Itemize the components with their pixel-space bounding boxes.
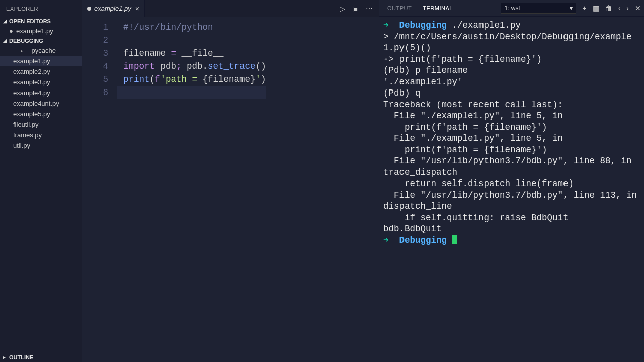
chevron-down-icon: ◢ (3, 38, 8, 43)
file-item[interactable]: example5.py (0, 109, 82, 119)
code-line[interactable]: import pdb; pdb.set_trace() (123, 60, 266, 73)
file-item[interactable]: frames.py (0, 130, 82, 140)
next-icon[interactable]: › (626, 4, 629, 12)
explorer-title: EXPLORER (0, 0, 82, 17)
editor-tabbar: example1.py × ▷ ▣ ⋯ (82, 0, 379, 17)
terminal-selector-value: 1: wsl (504, 5, 520, 12)
file-item[interactable]: example4unt.py (0, 98, 82, 109)
split-editor-icon[interactable]: ▣ (352, 5, 359, 13)
code-editor[interactable]: 123456 #!/usr/bin/python filename = __fi… (82, 17, 379, 362)
chevron-down-icon: ▾ (570, 5, 573, 12)
terminal-content[interactable]: ➜ Debugging ./example1.py > /mnt/c/Users… (379, 17, 644, 362)
file-item[interactable]: util.py (0, 140, 82, 151)
open-editors-label: OPEN EDITORS (9, 18, 51, 24)
chevron-right-icon: ▸ (19, 48, 24, 53)
tab-terminal[interactable]: TERMINAL (418, 0, 458, 16)
file-label: example4.py (13, 89, 50, 97)
more-icon[interactable]: ⋯ (366, 5, 373, 13)
editor-tab[interactable]: example1.py × (82, 0, 145, 17)
file-label: util.py (13, 142, 30, 149)
outline-label: OUTLINE (9, 354, 33, 360)
chevron-right-icon: ▸ (3, 355, 8, 360)
file-label: example5.py (13, 110, 50, 118)
prev-icon[interactable]: ‹ (618, 4, 621, 12)
tab-name: example1.py (94, 5, 131, 12)
code-content[interactable]: #!/usr/bin/python filename = __file__imp… (117, 17, 266, 362)
sidebar: EXPLORER ◢ OPEN EDITORS ● example1.py ◢ … (0, 0, 82, 362)
run-icon[interactable]: ▷ (340, 5, 345, 13)
line-gutter: 123456 (82, 17, 117, 362)
code-line[interactable] (123, 34, 266, 47)
code-line[interactable] (117, 86, 266, 99)
panel: OUTPUT TERMINAL 1: wsl ▾ + ▥ 🗑 ‹ › ✕ ➜ D… (379, 0, 644, 362)
file-item[interactable]: example3.py (0, 77, 82, 87)
folder-item[interactable]: ▸ __pycache__ (0, 45, 82, 56)
file-item[interactable]: example4.py (0, 87, 82, 98)
file-label: example1.py (16, 27, 53, 35)
file-label: frames.py (13, 131, 42, 139)
chevron-down-icon: ◢ (3, 19, 8, 24)
open-editor-item[interactable]: ● example1.py (0, 26, 82, 36)
editor-actions: ▷ ▣ ⋯ (334, 0, 379, 17)
open-editors-section[interactable]: ◢ OPEN EDITORS (0, 17, 82, 26)
dirty-dot-icon (87, 7, 91, 11)
code-line[interactable]: print(f'path = {filename}') (123, 73, 266, 86)
new-terminal-icon[interactable]: + (582, 4, 586, 12)
file-label: example2.py (13, 68, 50, 75)
file-item[interactable]: example1.py (0, 56, 82, 66)
folder-label: __pycache__ (24, 47, 63, 54)
close-panel-icon[interactable]: ✕ (635, 4, 641, 12)
file-item[interactable]: example2.py (0, 66, 82, 77)
project-label: DEBUGGING (9, 38, 43, 44)
project-section[interactable]: ◢ DEBUGGING (0, 36, 82, 45)
editor-pane: example1.py × ▷ ▣ ⋯ 123456 #!/usr/bin/py… (82, 0, 379, 362)
kill-terminal-icon[interactable]: 🗑 (605, 4, 612, 12)
terminal-tools: + ▥ 🗑 ‹ › ✕ (582, 4, 641, 12)
code-line[interactable]: filename = __file__ (123, 47, 266, 60)
file-item[interactable]: fileutil.py (0, 119, 82, 130)
code-line[interactable]: #!/usr/bin/python (123, 21, 266, 34)
file-label: example4unt.py (13, 100, 59, 107)
file-label: example1.py (13, 57, 50, 65)
terminal-selector[interactable]: 1: wsl ▾ (501, 3, 576, 14)
file-label: example3.py (13, 78, 50, 86)
tab-output[interactable]: OUTPUT (382, 0, 417, 16)
outline-section[interactable]: ▸ OUTLINE (0, 353, 82, 362)
panel-tabbar: OUTPUT TERMINAL 1: wsl ▾ + ▥ 🗑 ‹ › ✕ (379, 0, 644, 17)
close-icon[interactable]: × (135, 5, 139, 13)
file-label: fileutil.py (13, 121, 39, 128)
split-terminal-icon[interactable]: ▥ (593, 4, 599, 12)
dirty-indicator-icon: ● (9, 27, 16, 35)
